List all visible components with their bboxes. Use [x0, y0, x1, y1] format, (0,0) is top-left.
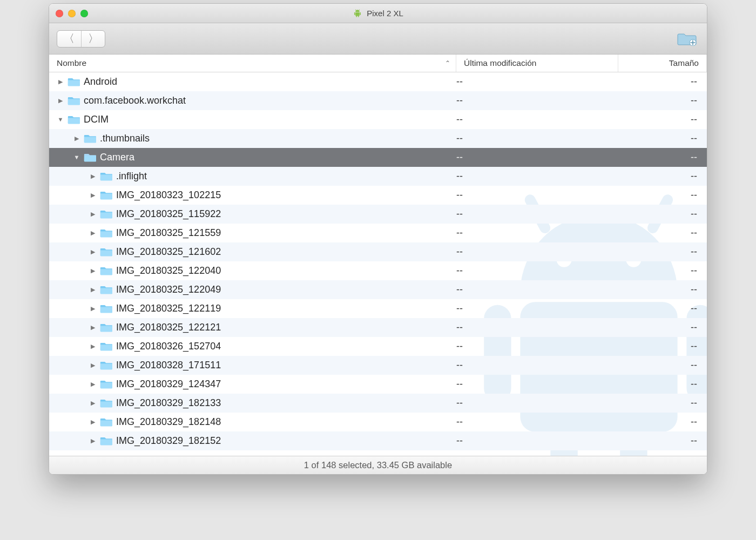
disclosure-closed-icon[interactable]: ▶: [89, 362, 97, 369]
table-row[interactable]: ▶IMG_20180329_124347----: [49, 375, 707, 394]
row-name-label: Camera: [100, 152, 134, 163]
table-row[interactable]: ▶IMG_20180325_122040----: [49, 261, 707, 280]
status-text: 1 of 148 selected, 33.45 GB available: [304, 460, 452, 470]
row-size-cell: --: [618, 246, 707, 258]
row-modified-cell: --: [456, 397, 618, 409]
window-title: Pixel 2 XL: [49, 9, 707, 18]
new-folder-button[interactable]: [674, 29, 699, 49]
row-name-cell: ▶Android: [49, 76, 456, 87]
disclosure-open-icon[interactable]: ▼: [73, 154, 80, 160]
folder-icon: [100, 397, 113, 408]
svg-rect-4: [358, 15, 359, 17]
column-header-modified[interactable]: Última modificación: [456, 55, 618, 72]
table-row[interactable]: ▼Camera----: [49, 148, 707, 167]
disclosure-closed-icon[interactable]: ▶: [89, 343, 97, 350]
row-name-label: com.facebook.workchat: [84, 95, 186, 106]
row-size-cell: --: [618, 435, 707, 447]
folder-icon: [100, 379, 113, 389]
file-list[interactable]: ▶Android----▶com.facebook.workchat----▼D…: [49, 72, 707, 456]
row-modified-cell: --: [456, 114, 618, 125]
table-row[interactable]: ▶IMG_20180323_102215----: [49, 186, 707, 205]
chevron-left-icon: 〈: [64, 31, 75, 46]
svg-rect-6: [359, 9, 360, 10]
disclosure-closed-icon[interactable]: ▶: [73, 135, 80, 142]
disclosure-open-icon[interactable]: ▼: [57, 116, 64, 123]
row-name-cell: ▶IMG_20180325_115922: [49, 208, 456, 220]
table-row[interactable]: ▶.inflight----: [49, 167, 707, 186]
row-name-cell: ▶.inflight: [49, 171, 456, 182]
row-modified-cell: --: [456, 265, 618, 276]
row-size-cell: --: [618, 265, 707, 276]
table-row[interactable]: ▶.thumbnails----: [49, 129, 707, 148]
row-size-cell: --: [618, 95, 707, 106]
table-row[interactable]: ▶IMG_20180325_121559----: [49, 224, 707, 242]
row-name-label: DCIM: [84, 114, 109, 125]
table-row[interactable]: ▶com.facebook.workchat----: [49, 91, 707, 110]
folder-icon: [100, 303, 113, 314]
minimize-window-button[interactable]: [68, 10, 76, 17]
row-name-cell: ▶IMG_20180328_171511: [49, 360, 456, 371]
row-name-label: IMG_20180325_122119: [116, 303, 221, 314]
table-row[interactable]: ▶IMG_20180325_122049----: [49, 280, 707, 299]
new-folder-icon: [677, 30, 697, 48]
nav-back-button[interactable]: 〈: [57, 31, 81, 47]
table-row[interactable]: ▶IMG_20180328_171511----: [49, 356, 707, 375]
column-header-size[interactable]: Tamaño: [618, 55, 707, 72]
table-row[interactable]: ▶IMG_20180325_122121----: [49, 318, 707, 337]
disclosure-closed-icon[interactable]: ▶: [89, 381, 97, 388]
disclosure-closed-icon[interactable]: ▶: [89, 173, 97, 180]
nav-forward-button[interactable]: 〉: [81, 31, 105, 47]
nav-group: 〈 〉: [57, 30, 105, 48]
row-name-label: .inflight: [116, 171, 147, 182]
table-row[interactable]: ▶IMG_20180329_182133----: [49, 394, 707, 413]
disclosure-closed-icon[interactable]: ▶: [89, 286, 97, 293]
row-name-cell: ▶IMG_20180325_122119: [49, 303, 456, 314]
disclosure-closed-icon[interactable]: ▶: [57, 78, 64, 85]
row-modified-cell: --: [456, 246, 618, 258]
folder-icon: [100, 435, 113, 446]
close-window-button[interactable]: [56, 10, 63, 17]
row-modified-cell: --: [456, 322, 618, 333]
disclosure-closed-icon[interactable]: ▶: [57, 97, 64, 104]
table-row[interactable]: ▶IMG_20180329_182152----: [49, 431, 707, 450]
folder-icon: [68, 114, 80, 125]
row-name-cell: ▶IMG_20180325_122040: [49, 265, 456, 276]
row-name-label: IMG_20180329_182133: [116, 397, 221, 409]
disclosure-closed-icon[interactable]: ▶: [89, 192, 97, 199]
disclosure-closed-icon[interactable]: ▶: [89, 400, 97, 407]
disclosure-closed-icon[interactable]: ▶: [89, 230, 97, 237]
row-name-cell: ▶IMG_20180323_102215: [49, 190, 456, 201]
folder-icon: [100, 360, 113, 370]
row-modified-cell: --: [456, 379, 618, 390]
folder-icon: [68, 76, 80, 87]
column-header-name[interactable]: Nombre ⌃: [49, 55, 456, 72]
row-size-cell: --: [618, 76, 707, 87]
table-row[interactable]: ▼DCIM----: [49, 110, 707, 129]
table-row[interactable]: ▶IMG_20180325_115922----: [49, 205, 707, 224]
row-name-cell: ▼Camera: [49, 152, 456, 163]
disclosure-closed-icon[interactable]: ▶: [89, 211, 97, 218]
row-modified-cell: --: [456, 303, 618, 314]
disclosure-closed-icon[interactable]: ▶: [89, 305, 97, 312]
row-size-cell: --: [618, 171, 707, 182]
zoom-window-button[interactable]: [80, 10, 88, 17]
row-size-cell: --: [618, 227, 707, 239]
sort-ascending-icon: ⌃: [445, 59, 450, 67]
row-name-label: Android: [84, 76, 117, 87]
disclosure-closed-icon[interactable]: ▶: [89, 437, 97, 444]
disclosure-closed-icon[interactable]: ▶: [89, 324, 97, 331]
disclosure-closed-icon[interactable]: ▶: [89, 267, 97, 274]
table-row[interactable]: ▶IMG_20180326_152704----: [49, 337, 707, 356]
table-row[interactable]: ▶IMG_20180325_122119----: [49, 299, 707, 318]
disclosure-closed-icon[interactable]: ▶: [89, 248, 97, 255]
disclosure-closed-icon[interactable]: ▶: [89, 418, 97, 426]
table-row[interactable]: ▶IMG_20180329_182148----: [49, 413, 707, 431]
svg-rect-3: [356, 15, 357, 17]
table-row[interactable]: ▶IMG_20180325_121602----: [49, 242, 707, 261]
row-name-cell: ▶IMG_20180325_122049: [49, 284, 456, 295]
traffic-lights: [56, 10, 88, 17]
row-size-cell: --: [618, 152, 707, 163]
table-row[interactable]: ▶Android----: [49, 72, 707, 91]
android-icon: [353, 9, 362, 18]
file-transfer-window: Pixel 2 XL 〈 〉 Nombre ⌃: [49, 3, 707, 475]
